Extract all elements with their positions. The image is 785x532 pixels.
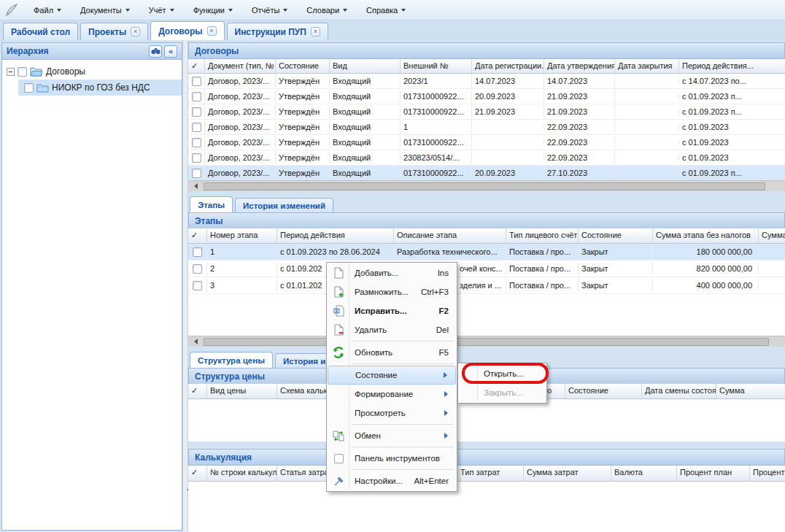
- column-state[interactable]: Состояние: [579, 228, 653, 243]
- column-check[interactable]: ✓: [188, 384, 207, 398]
- column-period[interactable]: Период действия: [277, 228, 394, 243]
- column-account-type[interactable]: Тип лицевого счёт: [506, 228, 579, 243]
- scroll-left-arrow-icon[interactable]: [191, 339, 198, 344]
- menu-functions-label: Функции: [193, 6, 225, 15]
- column-sum[interactable]: Сумма: [759, 228, 785, 243]
- column-stage-no[interactable]: Номер этапа: [207, 228, 277, 243]
- column-sum-no-tax[interactable]: Сумма этапа без налогов: [653, 228, 759, 243]
- table-row-selected[interactable]: Договор, 2023/...Утверждён Входящий01731…: [188, 166, 785, 181]
- row-checkbox[interactable]: [193, 247, 202, 257]
- menu-help[interactable]: Справка: [359, 3, 413, 18]
- tab-price-structure[interactable]: Структура цены: [190, 352, 273, 368]
- row-checkbox[interactable]: [192, 169, 201, 178]
- column-description[interactable]: Описание этапа: [394, 228, 506, 243]
- column-state[interactable]: Состояние: [565, 384, 642, 398]
- tab-pup-instructions[interactable]: Инструкции ПУП×: [227, 23, 328, 40]
- column-currency[interactable]: Валюта: [611, 466, 677, 481]
- panel-splitter[interactable]: [182, 40, 188, 532]
- column-percent-plan[interactable]: Процент план: [677, 466, 750, 481]
- table-row[interactable]: Договор, 2023/...Утверждён Входящий2023/…: [188, 74, 785, 89]
- tree-checkbox[interactable]: [18, 67, 27, 77]
- row-checkbox[interactable]: [192, 77, 201, 86]
- menu-reports[interactable]: Отчёты: [244, 3, 295, 18]
- table-row-selected[interactable]: 1с 01.09.2023 по 28.06.2024 Разработка т…: [188, 244, 785, 261]
- stages-tabs: Этапы История изменений: [190, 196, 333, 212]
- column-check[interactable]: ✓: [188, 228, 207, 243]
- scrollbar-thumb[interactable]: [204, 338, 769, 346]
- tab-change-history[interactable]: История изменений: [235, 198, 333, 212]
- context-menu-item-settings[interactable]: Настройки... Alt+Enter: [328, 471, 456, 490]
- context-menu-item-duplicate[interactable]: Размножить... Ctrl+F3: [328, 282, 456, 301]
- main-tab-bar: Рабочий стол Проекты× Договоры× Инструкц…: [0, 20, 785, 40]
- column-calc-line-no[interactable]: № строки калькул: [207, 466, 277, 481]
- context-menu-item-delete[interactable]: Удалить Del: [328, 320, 456, 339]
- column-external-no[interactable]: Внешний №: [401, 59, 472, 73]
- close-icon[interactable]: ×: [311, 27, 320, 36]
- column-check[interactable]: ✓: [188, 59, 205, 73]
- red-annotation-circle: [462, 363, 549, 384]
- toolbar-checkbox[interactable]: [331, 454, 346, 463]
- menu-file[interactable]: Файл: [26, 3, 69, 18]
- close-icon[interactable]: ×: [131, 27, 140, 36]
- tab-contracts[interactable]: Договоры×: [150, 21, 224, 40]
- column-state[interactable]: Состояние: [276, 59, 330, 73]
- close-icon[interactable]: ×: [207, 26, 217, 36]
- settings-wrench-icon: [331, 476, 346, 487]
- tab-stages[interactable]: Этапы: [190, 196, 233, 212]
- context-menu-item-exchange[interactable]: Обмен: [328, 426, 456, 445]
- collapse-expander-icon[interactable]: [7, 68, 15, 76]
- table-row[interactable]: 2с 01.09.202 очей конс...Поставка / про.…: [188, 261, 785, 277]
- table-row[interactable]: Договор, 2023/...Утверждён Входящий01731…: [188, 89, 785, 104]
- row-checkbox[interactable]: [193, 264, 202, 274]
- column-check[interactable]: ✓: [188, 466, 207, 481]
- row-checkbox[interactable]: [193, 281, 202, 290]
- context-menu-item-view[interactable]: Просмотреть: [328, 404, 456, 423]
- menu-dictionaries[interactable]: Словари: [299, 3, 355, 18]
- table-row[interactable]: Договор, 2023/...Утверждён Входящий23082…: [188, 150, 785, 166]
- column-percent-fact[interactable]: Процент ф: [750, 466, 785, 481]
- submenu-item-close[interactable]: Закрыть...: [459, 383, 546, 402]
- tab-desktop[interactable]: Рабочий стол: [3, 23, 78, 40]
- menu-documents[interactable]: Документы: [73, 3, 137, 18]
- column-reg-date[interactable]: Дата регистрации.: [472, 59, 544, 73]
- column-sum[interactable]: Сумма: [716, 384, 785, 398]
- tree-node-contracts[interactable]: Договоры: [2, 63, 182, 80]
- scroll-left-arrow-icon[interactable]: [191, 183, 198, 189]
- search-binoculars-button[interactable]: [149, 45, 162, 58]
- contracts-horizontal-scrollbar[interactable]: [188, 180, 785, 191]
- context-menu-item-toolbar[interactable]: Панель инструментов: [328, 449, 456, 468]
- table-row[interactable]: Договор, 2023/...Утверждён Входящий1 22.…: [188, 120, 785, 135]
- row-checkbox[interactable]: [192, 107, 201, 117]
- table-row[interactable]: 3с 01.01.202 зделия и ...Поставка / про.…: [188, 277, 785, 294]
- stages-horizontal-scrollbar[interactable]: [188, 336, 785, 347]
- column-kind[interactable]: Вид: [330, 59, 401, 73]
- column-price-kind[interactable]: Вид цены: [207, 384, 277, 398]
- context-menu-item-refresh[interactable]: Обновить F5: [328, 343, 456, 362]
- tree-checkbox[interactable]: [24, 83, 34, 93]
- row-checkbox[interactable]: [192, 123, 201, 132]
- menu-functions[interactable]: Функции: [186, 3, 240, 18]
- context-menu-item-forming[interactable]: Формирование: [328, 385, 456, 404]
- column-cost-type[interactable]: Тип затрат: [457, 466, 524, 481]
- column-period[interactable]: Период действия...: [679, 59, 785, 73]
- chevron-down-icon: [401, 9, 406, 14]
- context-menu-item-add[interactable]: Добавить... Ins: [328, 263, 456, 282]
- collapse-panel-button[interactable]: «: [164, 45, 177, 58]
- context-menu-item-state[interactable]: Состояние: [328, 366, 456, 385]
- column-close-date[interactable]: Дата закрытия: [615, 59, 679, 73]
- scrollbar-thumb[interactable]: [204, 182, 765, 190]
- tree-node-niokr[interactable]: НИОКР по ГОЗ без НДС: [18, 80, 182, 96]
- row-checkbox[interactable]: [192, 138, 201, 147]
- table-row[interactable]: Договор, 2023/...Утверждён Входящий01731…: [188, 135, 785, 150]
- column-state-change-date[interactable]: Дата смены состоя: [642, 384, 716, 398]
- table-row[interactable]: Договор, 2023/...Утверждён Входящий01731…: [188, 104, 785, 120]
- row-checkbox[interactable]: [192, 92, 201, 101]
- contracts-table-body: Договор, 2023/...Утверждён Входящий2023/…: [188, 74, 785, 181]
- menu-accounting[interactable]: Учёт: [142, 3, 182, 18]
- row-checkbox[interactable]: [192, 153, 201, 163]
- column-approve-date[interactable]: Дата утверждения: [544, 59, 615, 73]
- column-cost-sum[interactable]: Сумма затрат: [524, 466, 611, 481]
- column-document[interactable]: Документ (тип, №: [205, 59, 276, 73]
- tab-projects[interactable]: Проекты×: [80, 23, 148, 40]
- context-menu-item-edit[interactable]: Исправить... F2: [328, 301, 456, 320]
